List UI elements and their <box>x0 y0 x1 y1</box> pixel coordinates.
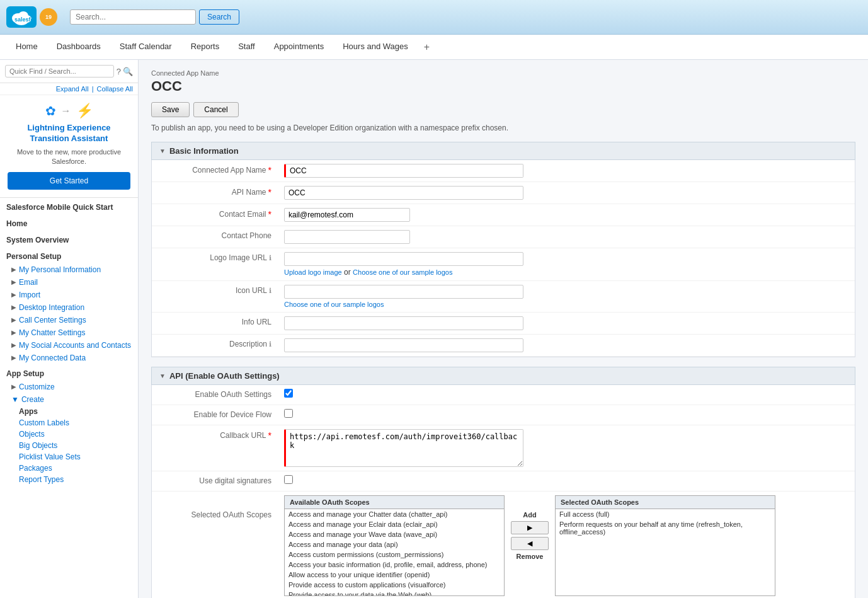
field-api-name: API Name * <box>152 182 855 204</box>
scope-item-visualforce[interactable]: Provide access to custom applications (v… <box>285 580 504 590</box>
logo-image-url-label: Logo Image URL ℹ <box>152 248 278 267</box>
expand-all-link[interactable]: Expand All <box>56 85 89 93</box>
scope-item-eclair[interactable]: Access and manage your Eclair data (ecla… <box>285 519 504 529</box>
scope-item-data[interactable]: Access and manage your data (api) <box>285 539 504 549</box>
publish-notice: To publish an app, you need to be using … <box>151 124 855 132</box>
selected-scope-refresh[interactable]: Perform requests on your behalf at any t… <box>556 519 775 537</box>
nav-staff-calendar[interactable]: Staff Calendar <box>110 35 181 59</box>
logo-links: Upload logo image or Choose one of our s… <box>284 268 848 277</box>
sidebar-search-input[interactable] <box>5 65 114 78</box>
cancel-button[interactable]: Cancel <box>193 102 238 117</box>
scope-item-openid[interactable]: Allow access to your unique identifier (… <box>285 570 504 580</box>
field-digital-sig: Use digital signatures <box>152 471 855 492</box>
callback-url-field: https://api.remotesf.com/auth/improveit3… <box>278 425 855 471</box>
salesforce-logo: salesforce <box>6 6 37 28</box>
badge-number: 19 <box>45 14 52 20</box>
selected-scopes-list: Selected OAuth Scopes Full access (full)… <box>555 495 775 596</box>
sidebar-search-icons: ? 🔍 <box>117 67 133 76</box>
sidebar-item-connected-data[interactable]: ▶ My Connected Data <box>0 352 138 364</box>
search-button[interactable]: Search <box>199 9 239 25</box>
nav-add[interactable]: + <box>418 35 436 59</box>
description-field <box>278 335 855 356</box>
info-url-input[interactable] <box>284 316 523 330</box>
connected-app-name: OCC <box>151 78 855 95</box>
selected-scope-full[interactable]: Full access (full) <box>556 509 775 519</box>
add-scope-button[interactable]: ▶ <box>511 521 549 534</box>
callback-url-textarea[interactable]: https://api.remotesf.com/auth/improveit3… <box>284 429 523 467</box>
basic-info-title: Basic Information <box>169 146 239 156</box>
sidebar-item-chatter-settings[interactable]: ▶ My Chatter Settings <box>0 326 138 339</box>
sidebar-item-import[interactable]: ▶ Import <box>0 289 138 301</box>
field-info-url: Info URL <box>152 313 855 335</box>
nav-reports[interactable]: Reports <box>181 35 229 59</box>
sidebar: ? 🔍 Expand All | Collapse All ✿ → ⚡ Ligh… <box>0 60 139 598</box>
sidebar-item-mobile-quick-start[interactable]: Salesforce Mobile Quick Start <box>0 198 138 214</box>
field-enable-device-flow: Enable for Device Flow <box>152 405 855 425</box>
field-icon-url: Icon URL ℹ Choose one of our sample logo… <box>152 281 855 313</box>
api-section-triangle-icon: ▼ <box>159 372 166 379</box>
nav-staff[interactable]: Staff <box>229 35 265 59</box>
scope-item-chatter[interactable]: Access and manage your Chatter data (cha… <box>285 509 504 519</box>
transition-title: Lightning Experience Transition Assistan… <box>8 123 130 144</box>
contact-email-input[interactable] <box>284 208 410 222</box>
icon-url-input[interactable] <box>284 285 523 299</box>
sidebar-sub-objects[interactable]: Objects <box>0 428 138 440</box>
sidebar-item-desktop-integration[interactable]: ▶ Desktop Integration <box>0 301 138 314</box>
api-name-input[interactable] <box>284 186 523 200</box>
choose-logo-link[interactable]: Choose one of our sample logos <box>353 268 452 276</box>
collapse-all-link[interactable]: Collapse All <box>97 85 133 93</box>
upload-logo-link[interactable]: Upload logo image <box>284 268 342 276</box>
api-name-field <box>278 182 855 204</box>
section-triangle-icon: ▼ <box>159 147 166 154</box>
save-button[interactable]: Save <box>151 102 190 117</box>
enable-device-checkbox[interactable] <box>284 409 293 418</box>
bolt-icon: ⚡ <box>76 103 93 119</box>
nav-hours-wages[interactable]: Hours and Wages <box>333 35 418 59</box>
search-input[interactable] <box>70 9 196 25</box>
logo-image-url-input[interactable] <box>284 252 523 266</box>
sidebar-sub-big-objects[interactable]: Big Objects <box>0 440 138 451</box>
sidebar-search-area: ? 🔍 <box>0 60 138 83</box>
connected-app-name-field <box>278 160 855 181</box>
search-icon[interactable]: 🔍 <box>123 67 133 76</box>
scope-item-basic-info[interactable]: Access your basic information (id, profi… <box>285 560 504 570</box>
sidebar-sub-apps[interactable]: Apps <box>0 406 138 417</box>
sidebar-item-create[interactable]: ▼ Create <box>0 393 138 406</box>
nav-dashboards[interactable]: Dashboards <box>47 35 110 59</box>
enable-device-field <box>278 405 855 422</box>
sidebar-item-my-personal-info[interactable]: ▶ My Personal Information <box>0 263 138 276</box>
nav-appointments[interactable]: Appointments <box>265 35 334 59</box>
enable-oauth-checkbox[interactable] <box>284 389 293 398</box>
sidebar-sub-report-types[interactable]: Report Types <box>0 474 138 485</box>
digital-sig-checkbox[interactable] <box>284 475 293 484</box>
sidebar-sub-custom-labels[interactable]: Custom Labels <box>0 417 138 428</box>
content-area: Connected App Name OCC Save Cancel To pu… <box>139 60 868 598</box>
basic-info-form: Connected App Name * API Name * <box>151 160 855 357</box>
sidebar-item-customize[interactable]: ▶ Customize <box>0 381 138 393</box>
sidebar-item-system-overview[interactable]: System Overview <box>0 231 138 247</box>
sidebar-section-app-setup: App Setup <box>0 364 138 381</box>
choose-icon-link[interactable]: Choose one of our sample logos <box>284 301 848 308</box>
oauth-scopes-label: Selected OAuth Scopes <box>152 492 278 524</box>
enable-device-label: Enable for Device Flow <box>152 405 278 424</box>
sidebar-sub-picklist-value-sets[interactable]: Picklist Value Sets <box>0 451 138 463</box>
remove-scope-button[interactable]: ◀ <box>511 537 549 550</box>
field-enable-oauth: Enable OAuth Settings <box>152 385 855 405</box>
sidebar-sub-packages[interactable]: Packages <box>0 463 138 474</box>
sidebar-item-home[interactable]: Home <box>0 214 138 231</box>
scope-item-wave[interactable]: Access and manage your Wave data (wave_a… <box>285 529 504 539</box>
sidebar-item-social-accounts[interactable]: ▶ My Social Accounts and Contacts <box>0 339 138 352</box>
contact-phone-input[interactable] <box>284 230 410 244</box>
get-started-button[interactable]: Get Started <box>8 172 130 190</box>
nav-home[interactable]: Home <box>6 35 47 59</box>
description-input[interactable] <box>284 338 523 352</box>
logo-area: salesforce 19 <box>6 6 57 28</box>
sidebar-item-email[interactable]: ▶ Email <box>0 276 138 289</box>
sidebar-item-call-center-settings[interactable]: ▶ Call Center Settings <box>0 314 138 326</box>
scope-item-custom-permissions[interactable]: Access custom permissions (custom_permis… <box>285 549 504 560</box>
info-url-label: Info URL <box>152 313 278 331</box>
api-section-header: ▼ API (Enable OAuth Settings) <box>151 367 855 385</box>
scope-item-web[interactable]: Provide access to your data via the Web … <box>285 590 504 596</box>
field-oauth-scopes: Selected OAuth Scopes Available OAuth Sc… <box>152 492 855 598</box>
connected-app-name-input[interactable] <box>284 164 523 178</box>
